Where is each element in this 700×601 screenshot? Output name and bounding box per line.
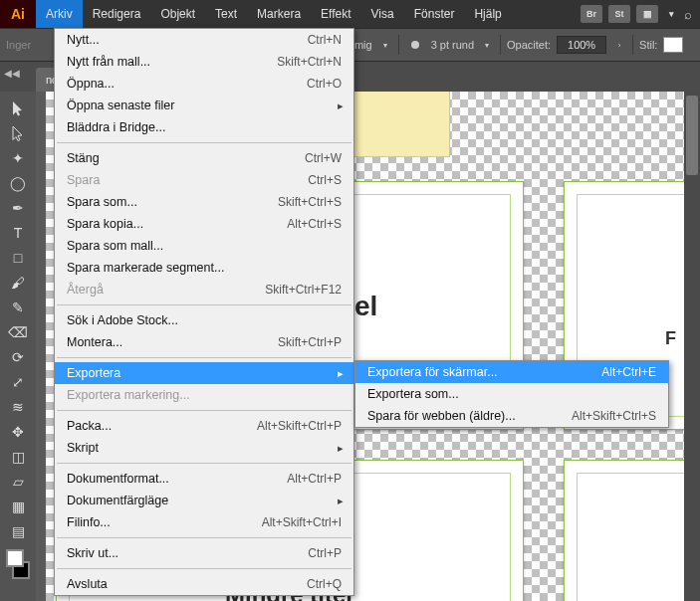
search-icon[interactable]: ⌕ bbox=[684, 7, 692, 22]
mesh-tool[interactable]: ▦ bbox=[3, 494, 33, 518]
menuitem-exportera[interactable]: Exportera bbox=[55, 362, 353, 384]
brush-preset[interactable]: 3 pt rund bbox=[431, 39, 474, 51]
scale-tool[interactable]: ⤢ bbox=[3, 369, 33, 394]
arrange-documents-icon[interactable]: ▦ bbox=[636, 5, 658, 23]
menuitem-label: Exportera markering... bbox=[67, 388, 342, 402]
menuitem-shortcut: Alt+Skift+Ctrl+I bbox=[262, 515, 342, 529]
menuitem-bläddra-i-bridge[interactable]: Bläddra i Bridge... bbox=[55, 116, 353, 138]
lasso-tool[interactable]: ◯ bbox=[3, 170, 33, 195]
menuitem-shortcut: Ctrl+Q bbox=[307, 577, 342, 591]
pencil-tool[interactable]: ✎ bbox=[3, 295, 33, 319]
scrollbar-thumb[interactable] bbox=[686, 96, 698, 175]
stock-launch-icon[interactable]: St bbox=[608, 5, 630, 23]
menuitem-öppna[interactable]: Öppna...Ctrl+O bbox=[55, 73, 353, 95]
menuitem-stäng[interactable]: StängCtrl+W bbox=[55, 147, 353, 169]
menuitem-shortcut: Ctrl+P bbox=[308, 546, 342, 560]
menu-objekt[interactable]: Objekt bbox=[150, 0, 205, 28]
menuitem-label: Skript bbox=[67, 441, 342, 455]
menu-separator bbox=[57, 410, 351, 411]
menuitem-dokumentfärgläge[interactable]: Dokumentfärgläge bbox=[55, 490, 353, 511]
menuitem-label: Sök i Adobe Stock... bbox=[67, 313, 342, 327]
panel-toggle-icon[interactable]: ◀◀ bbox=[4, 68, 20, 79]
menuitem-label: Öppna... bbox=[67, 77, 307, 91]
menuitem-label: Spara för webben (äldre)... bbox=[367, 409, 572, 423]
menuitem-shortcut: Ctrl+O bbox=[307, 77, 342, 91]
export-submenu: Exportera för skärmar...Alt+Ctrl+EExport… bbox=[354, 360, 669, 428]
menu-text[interactable]: Text bbox=[205, 0, 247, 28]
menuitem-avsluta[interactable]: AvslutaCtrl+Q bbox=[55, 573, 353, 595]
menuitem-dokumentformat[interactable]: Dokumentformat...Alt+Ctrl+P bbox=[55, 468, 353, 490]
artboard-side-text: F bbox=[665, 328, 676, 349]
artboard[interactable] bbox=[564, 460, 700, 601]
menu-arkiv[interactable]: Arkiv bbox=[36, 0, 83, 28]
menuitem-skriv-ut[interactable]: Skriv ut...Ctrl+P bbox=[55, 542, 353, 564]
menuitem-exportera-för-skärmar[interactable]: Exportera för skärmar...Alt+Ctrl+E bbox=[355, 361, 668, 383]
bridge-launch-icon[interactable]: Br bbox=[581, 5, 602, 23]
free-transform-tool[interactable]: ✥ bbox=[3, 419, 33, 444]
menu-fönster[interactable]: Fönster bbox=[404, 0, 465, 28]
menuitem-label: Spara kopia... bbox=[67, 217, 287, 231]
fill-stroke-swatches[interactable] bbox=[3, 547, 33, 581]
magic-wand-tool[interactable]: ✦ bbox=[3, 145, 33, 170]
menuitem-shortcut: Ctrl+N bbox=[308, 33, 342, 47]
menu-extras: Br St ▦ ▾ ⌕ bbox=[581, 5, 700, 23]
menuitem-spara-som-mall[interactable]: Spara som mall... bbox=[55, 235, 353, 257]
shape-builder-tool[interactable]: ◫ bbox=[3, 444, 33, 469]
menuitem-label: Dokumentfärgläge bbox=[67, 494, 342, 507]
eraser-tool[interactable]: ⌫ bbox=[3, 319, 33, 344]
menuitem-label: Exportera som... bbox=[367, 387, 656, 401]
rectangle-tool[interactable]: □ bbox=[3, 245, 33, 270]
opacity-field[interactable] bbox=[557, 36, 606, 54]
app-logo: Ai bbox=[0, 0, 36, 28]
menu-redigera[interactable]: Redigera bbox=[83, 0, 151, 28]
chevron-down-icon[interactable]: ▾ bbox=[378, 36, 392, 54]
menu-separator bbox=[57, 537, 351, 538]
menu-visa[interactable]: Visa bbox=[361, 0, 404, 28]
menuitem-label: Spara som... bbox=[67, 195, 278, 209]
chevron-down-icon[interactable]: ▾ bbox=[480, 36, 494, 54]
menuitem-shortcut: Alt+Ctrl+S bbox=[287, 217, 342, 231]
menuitem-label: Spara som mall... bbox=[67, 239, 342, 253]
direct-selection-tool[interactable] bbox=[3, 120, 33, 145]
menuitem-shortcut: Skift+Ctrl+N bbox=[277, 55, 342, 69]
artboard-text: el bbox=[354, 291, 377, 322]
menuitem-spara-som[interactable]: Spara som...Skift+Ctrl+S bbox=[55, 191, 353, 213]
menuitem-label: Dokumentformat... bbox=[67, 472, 287, 486]
menuitem-spara-för-webben-äldre[interactable]: Spara för webben (äldre)...Alt+Skift+Ctr… bbox=[355, 405, 668, 427]
menu-effekt[interactable]: Effekt bbox=[311, 0, 360, 28]
rotate-tool[interactable]: ⟳ bbox=[3, 344, 33, 369]
menuitem-label: Filinfo... bbox=[67, 515, 262, 529]
style-label: Stil: bbox=[639, 39, 657, 51]
menu-markera[interactable]: Markera bbox=[247, 0, 311, 28]
selection-tool[interactable] bbox=[3, 96, 33, 120]
menuitem-nytt[interactable]: Nytt...Ctrl+N bbox=[55, 29, 353, 51]
width-tool[interactable]: ≋ bbox=[3, 394, 33, 419]
pen-tool[interactable]: ✒ bbox=[3, 195, 33, 220]
menuitem-packa[interactable]: Packa...Alt+Skift+Ctrl+P bbox=[55, 415, 353, 437]
menuitem-nytt-från-mall[interactable]: Nytt från mall...Skift+Ctrl+N bbox=[55, 51, 353, 73]
vertical-scrollbar[interactable] bbox=[684, 92, 700, 601]
menu-hjälp[interactable]: Hjälp bbox=[464, 0, 511, 28]
menuitem-spara-kopia[interactable]: Spara kopia...Alt+Ctrl+S bbox=[55, 213, 353, 235]
menuitem-öppna-senaste-filer[interactable]: Öppna senaste filer bbox=[55, 95, 353, 116]
menuitem-label: Packa... bbox=[67, 419, 257, 433]
type-tool[interactable]: T bbox=[3, 220, 33, 245]
menuitem-label: Spara bbox=[67, 173, 308, 187]
menuitem-sök-i-adobe-stock[interactable]: Sök i Adobe Stock... bbox=[55, 309, 353, 331]
workspace-switcher-button[interactable]: ▾ bbox=[664, 5, 678, 23]
brush-tool[interactable]: 🖌 bbox=[3, 270, 33, 295]
chevron-right-icon[interactable]: › bbox=[612, 36, 626, 54]
menuitem-skript[interactable]: Skript bbox=[55, 437, 353, 459]
menu-separator bbox=[57, 142, 351, 143]
graphic-style-swatch[interactable] bbox=[663, 37, 683, 53]
menuitem-shortcut: Skift+Ctrl+P bbox=[278, 335, 342, 349]
selection-status: Inger bbox=[6, 39, 31, 51]
menuitem-montera[interactable]: Montera...Skift+Ctrl+P bbox=[55, 331, 353, 353]
menuitem-spara-markerade-segment[interactable]: Spara markerade segment... bbox=[55, 257, 353, 279]
gradient-tool[interactable]: ▤ bbox=[3, 518, 33, 543]
menuitem-filinfo[interactable]: Filinfo...Alt+Skift+Ctrl+I bbox=[55, 511, 353, 533]
menuitem-exportera-som[interactable]: Exportera som... bbox=[355, 383, 668, 405]
perspective-tool[interactable]: ▱ bbox=[3, 469, 33, 494]
menuitem-label: Skriv ut... bbox=[67, 546, 308, 560]
menuitem-label: Nytt från mall... bbox=[67, 55, 277, 69]
